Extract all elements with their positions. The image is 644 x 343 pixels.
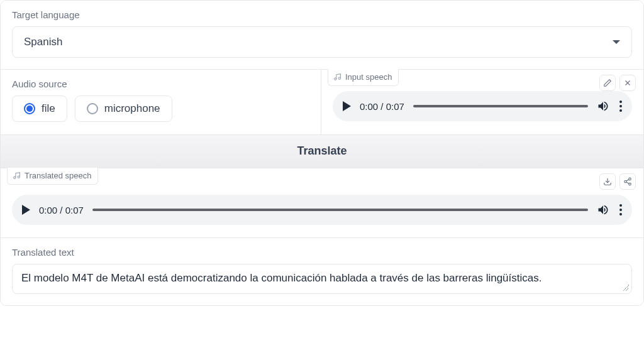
music-note-icon	[333, 73, 341, 81]
translate-button[interactable]: Translate	[1, 135, 643, 168]
target-language-select[interactable]: Spanish	[12, 26, 632, 58]
radio-label: microphone	[104, 102, 160, 115]
translated-speech-timecode: 0:00 / 0:07	[39, 205, 84, 215]
share-button[interactable]	[619, 173, 636, 190]
input-speech-progress[interactable]	[413, 105, 588, 107]
volume-button[interactable]	[597, 100, 609, 112]
translated-speech-progress[interactable]	[92, 209, 588, 211]
input-speech-player: 0:00 / 0:07	[333, 91, 632, 121]
input-speech-timecode: 0:00 / 0:07	[360, 101, 404, 112]
audio-source-label: Audio source	[12, 79, 309, 89]
download-button[interactable]	[599, 173, 616, 190]
more-options-button[interactable]	[618, 101, 623, 112]
volume-icon	[597, 100, 609, 112]
pencil-icon	[603, 79, 612, 87]
svg-point-6	[629, 183, 631, 185]
close-icon	[623, 79, 632, 87]
target-language-value: Spanish	[24, 36, 62, 48]
audio-source-section: Audio source file microphone	[1, 70, 321, 134]
chevron-down-icon	[613, 40, 620, 44]
input-speech-chip-label: Input speech	[345, 72, 392, 82]
edit-button[interactable]	[599, 75, 616, 91]
volume-button[interactable]	[597, 204, 609, 216]
audio-source-radio-group: file microphone	[12, 95, 309, 122]
target-language-label: Target language	[12, 9, 632, 20]
download-icon	[603, 177, 612, 186]
input-speech-section: Input speech 0:00 / 0:07	[321, 70, 643, 134]
play-button[interactable]	[343, 101, 351, 111]
input-speech-chip: Input speech	[328, 69, 399, 86]
radio-icon	[24, 103, 35, 114]
translated-speech-player: 0:00 / 0:07	[12, 195, 632, 225]
more-options-button[interactable]	[618, 204, 623, 215]
svg-point-3	[18, 176, 19, 178]
share-icon	[623, 177, 632, 186]
svg-point-2	[14, 177, 16, 178]
svg-point-4	[629, 178, 631, 180]
translated-text-output[interactable]: El modelo M4T de MetaAI está democratiza…	[12, 264, 632, 294]
translated-text-value: El modelo M4T de MetaAI está democratiza…	[21, 272, 541, 284]
play-button[interactable]	[22, 205, 30, 215]
radio-icon	[87, 103, 98, 114]
music-note-icon	[13, 172, 21, 180]
audio-source-option-file[interactable]: file	[12, 95, 67, 122]
resize-grip-icon[interactable]	[623, 285, 629, 291]
audio-source-option-microphone[interactable]: microphone	[75, 95, 172, 122]
svg-point-5	[625, 180, 627, 183]
target-language-section: Target language Spanish	[1, 1, 643, 70]
radio-label: file	[42, 102, 55, 115]
translated-text-section: Translated text El modelo M4T de MetaAI …	[1, 238, 643, 305]
volume-icon	[597, 204, 609, 216]
translated-speech-chip: Translated speech	[7, 168, 98, 185]
clear-button[interactable]	[619, 75, 636, 91]
svg-point-0	[335, 78, 336, 80]
translated-text-label: Translated text	[12, 247, 632, 258]
svg-point-1	[338, 77, 340, 79]
translated-speech-section: Translated speech 0:00 / 0:07	[1, 168, 643, 238]
translated-speech-chip-label: Translated speech	[25, 171, 91, 180]
